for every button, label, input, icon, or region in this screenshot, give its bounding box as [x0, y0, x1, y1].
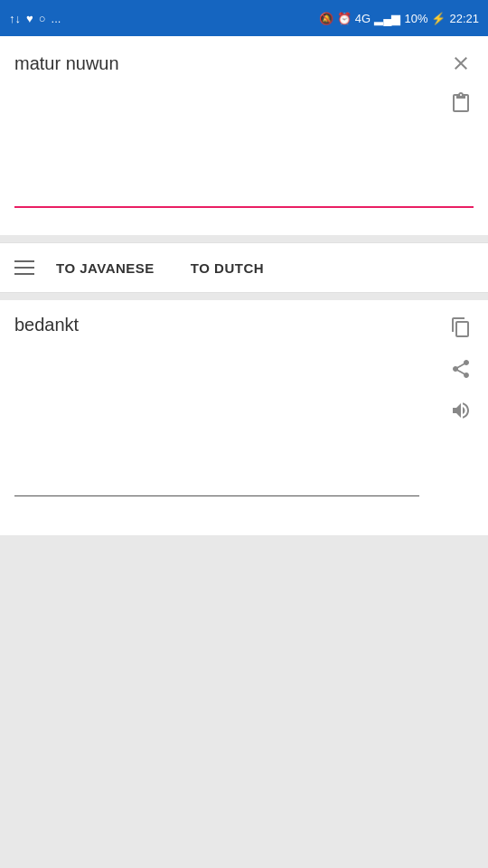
menu-button[interactable] — [14, 260, 34, 275]
menu-line-1 — [14, 260, 34, 262]
input-underline — [14, 206, 474, 208]
main-content: matur nuwun TO JAVANESE TO DUTCH — [0, 36, 488, 868]
input-actions — [445, 47, 477, 119]
speak-button[interactable] — [445, 394, 477, 427]
mute-icon: 🔕 — [319, 12, 333, 25]
data-icon: ↑↓ — [9, 12, 21, 25]
source-text-input[interactable]: matur nuwun — [14, 51, 474, 195]
output-underline — [14, 495, 419, 496]
menu-line-3 — [14, 273, 34, 275]
tab-dutch[interactable]: TO DUTCH — [191, 257, 264, 279]
time-display: 22:21 — [449, 12, 479, 25]
whatsapp-icon: ♥ — [26, 12, 33, 25]
network-type: 4G — [355, 12, 371, 25]
camera-icon: ○ — [39, 12, 46, 25]
tab-javanese[interactable]: TO JAVANESE — [56, 257, 155, 279]
language-tabs: TO JAVANESE TO DUTCH — [56, 257, 474, 279]
menu-line-2 — [14, 267, 34, 269]
copy-button[interactable] — [445, 311, 477, 344]
clipboard-icon — [450, 92, 472, 114]
alarm-icon: ⏰ — [337, 12, 352, 25]
battery-label: 10% — [404, 12, 427, 25]
status-bar: ↑↓ ♥ ○ ... 🔕 ⏰ 4G ▂▄▆ 10% ⚡ 22:21 — [0, 0, 488, 36]
paste-button[interactable] — [445, 87, 477, 119]
language-toolbar: TO JAVANESE TO DUTCH — [0, 242, 488, 293]
output-actions — [445, 311, 477, 427]
close-icon — [450, 52, 472, 74]
more-icon: ... — [52, 12, 61, 25]
share-icon — [450, 358, 472, 380]
status-bar-right: 🔕 ⏰ 4G ▂▄▆ 10% ⚡ 22:21 — [319, 12, 479, 25]
translated-text: bedankt — [14, 315, 474, 459]
input-card: matur nuwun — [0, 36, 488, 235]
status-bar-left: ↑↓ ♥ ○ ... — [9, 12, 61, 25]
share-button[interactable] — [445, 353, 477, 385]
copy-icon — [450, 316, 472, 338]
clear-button[interactable] — [445, 47, 477, 80]
charging-icon: ⚡ — [431, 12, 446, 25]
output-card: bedankt — [0, 300, 488, 535]
volume-icon — [450, 400, 472, 421]
signal-icon: ▂▄▆ — [374, 12, 400, 25]
